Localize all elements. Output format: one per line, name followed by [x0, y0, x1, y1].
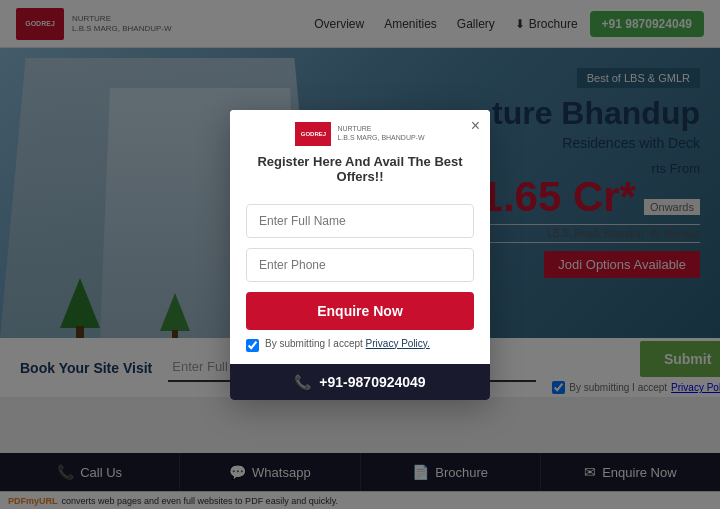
modal-logo-icon: GODREJ: [295, 122, 331, 146]
modal-name-input[interactable]: [246, 204, 474, 238]
modal-enquire-button[interactable]: Enquire Now: [246, 292, 474, 330]
modal-logo-text: NURTURE L.B.S MARG, BHANDUP-W: [337, 125, 424, 142]
modal-overlay: × GODREJ NURTURE L.B.S MARG, BHANDUP-W R…: [0, 0, 720, 509]
modal-phone-input[interactable]: [246, 248, 474, 282]
modal-title: Register Here And Avail The Best Offers!…: [246, 154, 474, 184]
modal-phone-number: +91-9870924049: [319, 374, 425, 390]
modal-close-button[interactable]: ×: [471, 118, 480, 134]
modal-privacy-row: By submitting I accept Privacy Policy.: [246, 338, 474, 352]
modal-body: Enquire Now By submitting I accept Priva…: [230, 192, 490, 364]
modal: × GODREJ NURTURE L.B.S MARG, BHANDUP-W R…: [230, 110, 490, 400]
modal-phone-bar[interactable]: 📞 +91-9870924049: [230, 364, 490, 400]
modal-privacy-checkbox[interactable]: [246, 339, 259, 352]
modal-header: × GODREJ NURTURE L.B.S MARG, BHANDUP-W R…: [230, 110, 490, 192]
modal-logo: GODREJ NURTURE L.B.S MARG, BHANDUP-W: [295, 122, 424, 146]
modal-phone-icon: 📞: [294, 374, 311, 390]
modal-privacy-link[interactable]: Privacy Policy.: [366, 338, 430, 349]
